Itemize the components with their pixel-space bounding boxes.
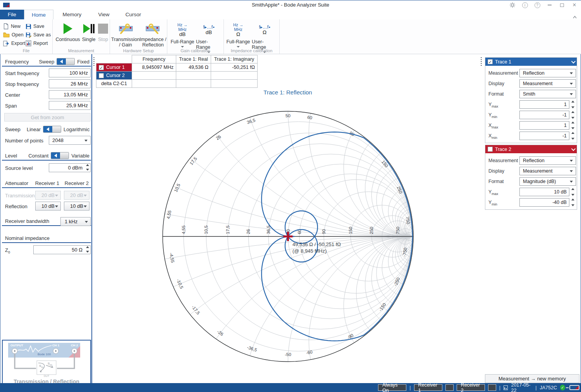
center-frequency-input[interactable]: 13,05 MHz bbox=[49, 90, 91, 99]
new-button[interactable]: New bbox=[3, 22, 21, 30]
delta-label: delta C2-C1 bbox=[96, 80, 132, 88]
source-level-input[interactable]: 0 dBm bbox=[49, 163, 91, 172]
gear-icon[interactable] bbox=[509, 2, 516, 9]
gain-full-range-button[interactable]: Hz → MHz dB Full-Range bbox=[170, 22, 195, 48]
always-on-button[interactable]: Always On bbox=[378, 384, 406, 391]
impedance-reflection-button[interactable]: Impedance / Reflection bbox=[139, 22, 167, 48]
trace2-format-select[interactable]: Magnitude (dB) bbox=[519, 177, 576, 186]
maximize-button[interactable] bbox=[559, 2, 566, 9]
trace1-ymax-spinner[interactable] bbox=[570, 101, 576, 108]
trace1-ymax-input[interactable]: 1 bbox=[519, 100, 569, 109]
receiver2-button[interactable]: Receiver 2 bbox=[457, 384, 485, 391]
smith-chart[interactable]: 4,5510,517,52636,55060901502507504,55-4,… bbox=[96, 54, 480, 383]
trace1-xmax-spinner[interactable] bbox=[570, 122, 576, 129]
center-frequency-label: Center bbox=[5, 92, 20, 98]
tab-view[interactable]: View bbox=[91, 10, 117, 19]
trace1-ymin-spinner[interactable] bbox=[570, 111, 576, 119]
spin-up-icon[interactable] bbox=[86, 246, 89, 248]
spin-down-icon[interactable] bbox=[86, 251, 89, 253]
z0-spinner[interactable] bbox=[85, 246, 90, 253]
cursor2-checkbox[interactable] bbox=[99, 73, 104, 78]
trace1-measurement-select[interactable]: Reflection bbox=[519, 69, 576, 77]
stop-button[interactable]: Stop bbox=[97, 22, 109, 42]
trace2-measurement-select[interactable]: Reflection bbox=[519, 156, 576, 165]
trace2-header[interactable]: Trace 2 bbox=[485, 145, 577, 153]
cursor1-row: ✓Cursor 1 8,945097 MHz 49,536 Ω -50,251 … bbox=[96, 63, 258, 72]
reflection-att2-select[interactable]: 10 dB bbox=[64, 202, 89, 211]
trace1-display-select[interactable]: Measurement bbox=[519, 79, 576, 88]
cursor2-real bbox=[176, 72, 211, 80]
transmission-gain-button[interactable]: Transmission / Gain bbox=[112, 22, 139, 48]
open-button[interactable]: Open bbox=[3, 31, 24, 39]
close-button[interactable]: × bbox=[571, 2, 578, 9]
tab-cursor[interactable]: Cursor bbox=[117, 10, 150, 19]
trace1-ymin-input[interactable]: -1 bbox=[519, 111, 569, 119]
help-icon[interactable]: ? bbox=[534, 2, 541, 9]
minimize-button[interactable] bbox=[546, 2, 553, 9]
single-button[interactable]: Single bbox=[81, 22, 97, 42]
open-label: Open bbox=[12, 32, 24, 38]
dropdown-arrow-icon[interactable] bbox=[237, 46, 240, 48]
get-from-zoom-button[interactable]: Get from zoom bbox=[4, 113, 91, 122]
trace2-checkbox[interactable] bbox=[488, 147, 493, 152]
start-frequency-input[interactable]: 100 kHz bbox=[49, 68, 91, 77]
status-separator: | bbox=[499, 385, 500, 390]
report-button[interactable]: Report bbox=[26, 39, 48, 47]
ribbon-collapse-icon[interactable] bbox=[572, 14, 577, 20]
stop-icon bbox=[98, 22, 108, 36]
status-bar: Always On | Receiver 1 Receiver 2 | 2017… bbox=[0, 383, 581, 392]
trace2-ymax-spinner[interactable] bbox=[570, 188, 576, 196]
trace1-format-select[interactable]: Smith bbox=[519, 90, 576, 98]
z0-input[interactable]: 50 Ω bbox=[33, 245, 91, 254]
trace1-xmin-spinner[interactable] bbox=[570, 132, 576, 140]
trace2-ymin-input[interactable]: -40 dB bbox=[519, 198, 569, 207]
chevron-down-icon[interactable] bbox=[571, 59, 576, 63]
receiver-bandwidth-select[interactable]: 1 kHz bbox=[60, 217, 91, 226]
left-splitter[interactable] bbox=[92, 54, 96, 383]
save-button[interactable]: Save bbox=[26, 22, 45, 30]
reflection-att1-select[interactable]: 10 dB bbox=[35, 202, 61, 211]
save-as-button[interactable]: Save as bbox=[26, 31, 51, 39]
trace2-ymax-input[interactable]: 10 dB bbox=[519, 188, 569, 196]
receiver1-button[interactable]: Receiver 1 bbox=[414, 384, 442, 391]
number-of-points-select[interactable]: 2048 bbox=[49, 136, 91, 145]
dropdown-arrow-icon[interactable] bbox=[181, 46, 184, 48]
trace1-xmin-input[interactable]: -1 bbox=[519, 132, 569, 140]
trace1-checkbox[interactable]: ✓ bbox=[488, 59, 493, 64]
spin-up-icon[interactable] bbox=[86, 164, 89, 166]
cursor1-checkbox[interactable]: ✓ bbox=[99, 65, 104, 70]
svg-text:50: 50 bbox=[285, 113, 290, 118]
trace2-box: Trace 2 Measurement Reflection Display M… bbox=[485, 145, 577, 210]
trace2-measurement-row: Measurement Reflection bbox=[485, 156, 577, 166]
tab-memory[interactable]: Memory bbox=[53, 10, 91, 19]
svg-text:10,5: 10,5 bbox=[173, 183, 181, 193]
trace2-display-select[interactable]: Measurement bbox=[519, 167, 576, 175]
svg-text:750: 750 bbox=[395, 227, 400, 234]
trace1-xmax-input[interactable]: 1 bbox=[519, 121, 569, 130]
stop-frequency-input[interactable]: 26 MHz bbox=[49, 79, 91, 88]
splitter-handle-icon[interactable] bbox=[481, 57, 482, 67]
constant-variable-toggle[interactable] bbox=[51, 152, 69, 159]
trace1-header[interactable]: ✓ Trace 1 bbox=[485, 58, 577, 66]
delta-imaginary bbox=[211, 80, 258, 88]
transmission-gain-line1: Transmission bbox=[111, 37, 140, 42]
trace1-ymin-row: Ymin -1 bbox=[485, 110, 577, 120]
tab-home[interactable]: Home bbox=[24, 10, 53, 19]
span-frequency-input[interactable]: 25,9 MHz bbox=[49, 101, 91, 110]
svg-text:17,5: 17,5 bbox=[189, 156, 198, 166]
source-level-spinner[interactable] bbox=[85, 164, 90, 171]
continuous-button[interactable]: Continuous bbox=[55, 22, 81, 42]
freq-list-ohm-icon: f▸…f▪ Ω bbox=[259, 22, 270, 39]
trace2-ymin-spinner[interactable] bbox=[570, 199, 576, 206]
sweep-fixed-toggle[interactable] bbox=[57, 58, 75, 65]
linear-log-toggle[interactable] bbox=[43, 126, 61, 133]
export-button[interactable]: Export bbox=[3, 39, 25, 47]
splitter-handle-icon[interactable] bbox=[93, 57, 95, 67]
right-splitter[interactable] bbox=[480, 54, 483, 383]
spin-down-icon[interactable] bbox=[86, 169, 89, 171]
impedance-full-range-button[interactable]: Hz → MHz Ω Full-Range bbox=[225, 22, 251, 48]
dropdown-arrow-icon bbox=[570, 93, 573, 95]
tab-file[interactable]: File bbox=[0, 10, 24, 19]
info-icon[interactable]: i bbox=[521, 2, 528, 9]
chevron-down-icon[interactable] bbox=[571, 146, 576, 151]
